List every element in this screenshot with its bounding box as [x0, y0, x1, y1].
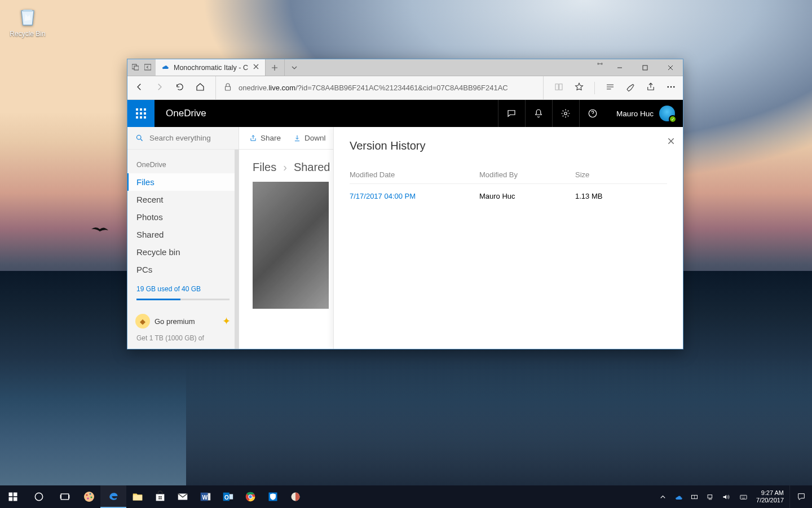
- tray-network-icon[interactable]: [702, 485, 718, 508]
- taskbar-app-outlook[interactable]: O: [217, 485, 239, 508]
- svg-rect-3: [643, 65, 647, 70]
- taskbar-app-store[interactable]: [149, 485, 171, 508]
- taskbar-app-paint[interactable]: [78, 485, 100, 508]
- tray-volume-icon[interactable]: [718, 485, 734, 508]
- user-menu[interactable]: Mauro Huc ✓: [606, 100, 683, 127]
- task-view-button[interactable]: [52, 485, 78, 508]
- url-field[interactable]: onedrive.live.com/?id=7C8A4BB96F241AC%21…: [215, 76, 544, 99]
- presence-badge: ✓: [669, 115, 677, 123]
- version-history-panel: Version History Modified Date Modified B…: [333, 127, 683, 349]
- version-author: Mauro Huc: [479, 192, 575, 200]
- divider: [594, 82, 595, 94]
- share-icon[interactable]: [646, 82, 656, 94]
- notifications-button[interactable]: [525, 100, 552, 127]
- breadcrumb-root[interactable]: Files: [253, 161, 276, 174]
- app-launcher-button[interactable]: [127, 100, 155, 127]
- svg-point-5: [668, 86, 669, 87]
- hub-icon[interactable]: [605, 82, 615, 94]
- image-thumbnail[interactable]: [253, 182, 329, 309]
- col-modified-by: Modified By: [479, 170, 575, 179]
- browser-tab[interactable]: Monochromatic Italy - C: [156, 59, 266, 76]
- recycle-bin-icon[interactable]: Recycle Bin: [7, 3, 48, 38]
- version-date-link[interactable]: 7/17/2017 04:00 PM: [350, 192, 479, 200]
- tabs-dropdown-icon[interactable]: [285, 59, 304, 76]
- onedrive-header: OneDrive Mauro Huc ✓: [127, 100, 683, 127]
- minimize-button[interactable]: [607, 59, 632, 76]
- sidebar-item-recycle[interactable]: Recycle bin: [127, 243, 239, 261]
- more-icon[interactable]: [666, 82, 676, 94]
- svg-rect-18: [69, 495, 70, 499]
- svg-rect-28: [158, 498, 160, 499]
- user-name: Mauro Huc: [616, 110, 654, 118]
- svg-rect-4: [226, 86, 231, 90]
- settings-button[interactable]: [552, 100, 579, 127]
- maximize-button[interactable]: [632, 59, 657, 76]
- close-tab-icon[interactable]: [253, 63, 259, 72]
- svg-rect-12: [14, 493, 17, 497]
- reading-view-icon[interactable]: [554, 82, 564, 94]
- download-button[interactable]: Downl: [293, 134, 326, 142]
- taskbar-app-mail[interactable]: [171, 485, 194, 508]
- resize-handle-icon[interactable]: [593, 59, 607, 76]
- skype-button[interactable]: [498, 100, 525, 127]
- sidebar: Search everything OneDrive Files Recent …: [127, 127, 239, 349]
- premium-subtext: Get 1 TB (1000 GB) of: [127, 332, 239, 342]
- search-box[interactable]: Search everything: [127, 127, 239, 150]
- refresh-button[interactable]: [175, 82, 185, 94]
- svg-rect-2: [144, 64, 151, 70]
- back-button[interactable]: [134, 82, 144, 94]
- taskbar-app-chrome[interactable]: [239, 485, 262, 508]
- tray-input-icon[interactable]: [686, 485, 702, 508]
- cortana-button[interactable]: [26, 485, 52, 508]
- col-modified-date: Modified Date: [350, 170, 479, 179]
- action-center-button[interactable]: [789, 485, 812, 508]
- taskbar-app-edge[interactable]: [100, 485, 126, 508]
- sidebar-item-pcs[interactable]: PCs: [127, 261, 239, 278]
- sidebar-item-shared[interactable]: Shared: [127, 226, 239, 243]
- table-header: Modified Date Modified By Size: [350, 166, 667, 184]
- panel-title: Version History: [334, 127, 683, 166]
- taskbar-app-security[interactable]: [262, 485, 284, 508]
- sidebar-item-recent[interactable]: Recent: [127, 191, 239, 208]
- taskbar-clock[interactable]: 9:27 AM 7/20/2017: [753, 489, 789, 503]
- svg-rect-26: [158, 496, 160, 497]
- diamond-icon: ◆: [135, 314, 150, 329]
- share-button[interactable]: Share: [249, 134, 281, 142]
- new-tab-button[interactable]: [266, 59, 285, 76]
- help-button[interactable]: [579, 100, 606, 127]
- sidebar-item-files[interactable]: Files: [127, 173, 239, 191]
- premium-label: Go premium: [155, 317, 195, 326]
- tray-onedrive-icon[interactable]: [670, 485, 686, 508]
- start-button[interactable]: [0, 485, 26, 508]
- breadcrumb-current[interactable]: Shared: [294, 161, 330, 174]
- close-window-button[interactable]: [657, 59, 683, 76]
- tab-title: Monochromatic Italy - C: [174, 64, 248, 72]
- svg-rect-14: [14, 497, 17, 501]
- favorite-star-icon[interactable]: [574, 82, 584, 94]
- taskbar-app-generic[interactable]: [284, 485, 307, 508]
- go-premium-button[interactable]: ◆ Go premium ✦: [133, 310, 233, 332]
- svg-rect-24: [133, 495, 143, 500]
- desktop: Recycle Bin Monochromatic Italy - C: [0, 0, 812, 508]
- table-row[interactable]: 7/17/2017 04:00 PM Mauro Huc 1.13 MB: [350, 184, 667, 208]
- taskbar-app-explorer[interactable]: [126, 485, 149, 508]
- home-button[interactable]: [195, 82, 205, 94]
- search-placeholder: Search everything: [149, 134, 211, 142]
- tab-preview-icon[interactable]: [132, 63, 139, 73]
- forward-button[interactable]: [155, 82, 165, 94]
- storage-bar: [136, 299, 230, 300]
- avatar: ✓: [659, 106, 675, 121]
- onedrive-favicon-icon: [161, 63, 169, 72]
- close-panel-button[interactable]: [667, 137, 675, 147]
- svg-rect-43: [708, 494, 712, 498]
- taskbar-app-word[interactable]: W: [194, 485, 217, 508]
- web-note-icon[interactable]: [625, 82, 636, 94]
- svg-rect-16: [61, 494, 68, 500]
- sidebar-item-photos[interactable]: Photos: [127, 208, 239, 226]
- tray-overflow-icon[interactable]: [655, 485, 670, 508]
- sparkle-icon: ✦: [222, 315, 231, 327]
- set-aside-tabs-icon[interactable]: [144, 63, 151, 73]
- recycle-bin-label: Recycle Bin: [7, 30, 48, 38]
- tray-keyboard-icon[interactable]: [734, 485, 753, 508]
- version-table: Modified Date Modified By Size 7/17/2017…: [350, 166, 667, 208]
